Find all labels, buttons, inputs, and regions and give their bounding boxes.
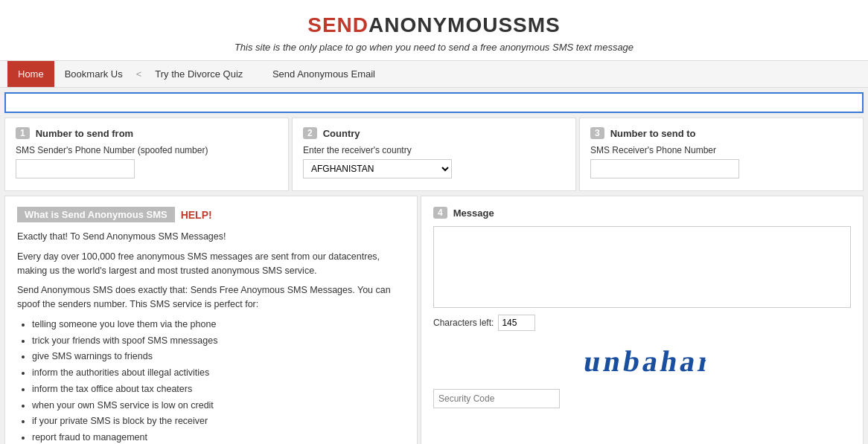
info-para-2: Every day over 100,000 free anonymous SM… [17,250,405,278]
info-box-help: HELP! [181,209,212,221]
chars-row: Characters left: 145 [433,315,851,331]
navigation: Home Bookmark Us < Try the Divorce Quiz … [0,61,868,88]
list-item: trick your friends with spoof SMS mnessa… [32,334,405,348]
info-box: What is Send Anonymous SMS HELP! Exactly… [4,196,418,444]
list-item: give SMS warnings to friends [32,350,405,364]
country-select[interactable]: AFGHANISTANALBANIAALGERIAARGENTINAAUSTRA… [303,159,452,178]
sender-phone-input[interactable] [16,159,135,178]
info-box-title: What is Send Anonymous SMS [17,207,175,222]
chars-input: 145 [498,315,535,331]
step-2-label: Enter the receiver's country [303,145,565,155]
step-2-num: 2 [303,127,317,139]
list-item: inform the authorities about illegal act… [32,366,405,380]
nav-separator: < [133,68,145,80]
step-1-title: Number to send from [36,128,133,139]
security-code-input[interactable] [433,389,560,408]
list-item: report fraud to management [32,431,405,444]
step-3-label: SMS Receiver's Phone Number [590,145,852,155]
list-item: when your own SMS service is low on cred… [32,399,405,413]
captcha-image: unbahar [433,338,851,383]
steps-row: 1 Number to send from SMS Sender's Phone… [4,118,864,191]
step-3-title: Number to send to [610,128,696,139]
step-1-header: 1 Number to send from [16,127,278,139]
captcha-text: unbahar [576,335,707,387]
step-2-title: Country [323,128,360,139]
info-list: telling someone you love them via the ph… [32,318,405,444]
step-3-box: 3 Number to send to SMS Receiver's Phone… [579,118,864,191]
nav-anonymous-email[interactable]: Send Anonymous Email [262,61,386,87]
step-3-num: 3 [590,127,604,139]
list-item: inform the tax office about tax cheaters [32,382,405,396]
step-1-label: SMS Sender's Phone Number (spoofed numbe… [16,145,278,155]
step-1-box: 1 Number to send from SMS Sender's Phone… [4,118,289,191]
message-num: 4 [433,207,447,219]
header: SENDANONYMOUSSMS This site is the only p… [0,0,868,61]
step-2-header: 2 Country [303,127,565,139]
nav-home[interactable]: Home [7,61,54,87]
site-subtitle: This site is the only place to go when y… [7,42,861,53]
message-box: 4 Message Characters left: 145 unbahar [421,196,864,444]
blue-bar [4,92,864,113]
list-item: if your private SMS is block by the rece… [32,414,405,428]
list-item: telling someone you love them via the ph… [32,318,405,332]
info-box-header: What is Send Anonymous SMS HELP! [17,207,405,222]
svg-text:unbahar: unbahar [581,344,708,378]
step-2-box: 2 Country Enter the receiver's country A… [292,118,576,191]
chars-label: Characters left: [433,318,494,328]
nav-separator2 [253,68,262,80]
message-textarea[interactable] [433,226,851,308]
step-1-num: 1 [16,127,30,139]
info-para-3: Send Anonymous SMS does exactly that: Se… [17,283,405,312]
site-title: SENDANONYMOUSSMS [7,13,861,37]
receiver-phone-input[interactable] [590,159,739,178]
message-title: Message [453,207,494,219]
info-para-1: Exactly that! To Send Anonymous SMS Mess… [17,230,405,244]
title-send: SEND [307,13,368,36]
nav-divorce-quiz[interactable]: Try the Divorce Quiz [144,61,253,87]
nav-bookmark[interactable]: Bookmark Us [54,61,133,87]
step-3-header: 3 Number to send to [590,127,852,139]
message-header: 4 Message [433,207,851,219]
bottom-row: What is Send Anonymous SMS HELP! Exactly… [4,196,864,444]
title-rest: ANONYMOUSSMS [368,13,561,36]
